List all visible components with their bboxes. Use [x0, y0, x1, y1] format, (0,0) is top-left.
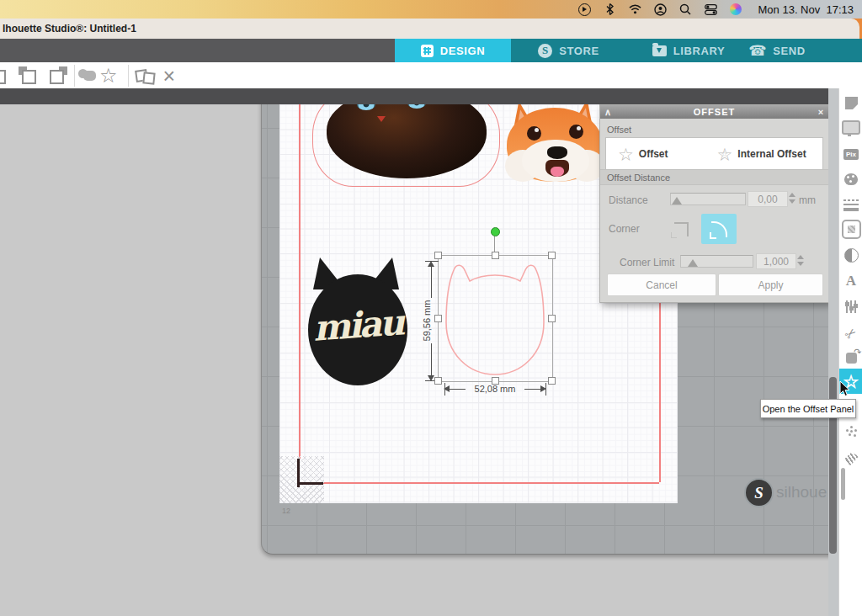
dimension-tick	[425, 261, 439, 262]
play-circle-icon[interactable]	[578, 3, 591, 16]
bluetooth-icon[interactable]	[604, 3, 616, 16]
close-icon[interactable]: ×	[813, 107, 828, 117]
line-style-icon[interactable]	[840, 195, 862, 215]
offset-type-group: ☆ Offset ☆☆ Internal Offset	[605, 137, 823, 171]
tab-send[interactable]: ☎ SEND	[731, 39, 823, 62]
user-circle-icon[interactable]	[654, 3, 667, 16]
distance-slider[interactable]	[670, 193, 746, 205]
spinner-up-icon[interactable]	[797, 255, 804, 259]
sidebar-scroll-thumb[interactable]	[841, 468, 845, 500]
margin-line-left	[299, 104, 301, 459]
search-icon[interactable]	[679, 3, 692, 16]
trace-icon[interactable]: ✂	[840, 323, 862, 343]
square-corner-button[interactable]	[668, 216, 694, 242]
duplicate-right-icon[interactable]	[49, 66, 67, 85]
selection-handle[interactable]	[434, 252, 442, 259]
tab-library-label: LIBRARY	[673, 45, 726, 57]
apply-button[interactable]: Apply	[718, 273, 823, 296]
corner-limit-slider-thumb[interactable]	[688, 259, 698, 267]
spinner-down-icon[interactable]	[797, 262, 804, 266]
sticker-fill-icon[interactable]	[840, 219, 862, 239]
selection-handle[interactable]	[548, 252, 556, 259]
selection-handle[interactable]	[548, 377, 556, 385]
dimension-tick	[444, 383, 445, 396]
width-dimension-line	[449, 389, 466, 390]
dog-eye	[569, 125, 583, 139]
corner-limit-value-field[interactable]: 1,000	[756, 253, 796, 269]
corner-limit-label: Corner Limit	[620, 257, 674, 268]
offset-star-icon[interactable]: ☆	[99, 66, 118, 85]
toolbar-separator	[74, 65, 75, 87]
weld-shape-icon[interactable]	[82, 66, 96, 86]
distance-spinner[interactable]	[789, 191, 795, 205]
canvas-area[interactable]: 12 miau	[0, 104, 828, 616]
height-dimension-label: 59,56 mm	[422, 296, 432, 345]
spinner-up-icon[interactable]	[789, 193, 795, 197]
width-dimension-label: 52,08 mm	[466, 384, 524, 394]
rounded-corner-button[interactable]	[701, 214, 737, 244]
tooltip: Open the Offset Panel	[760, 399, 856, 418]
corner-label: Corner	[609, 223, 640, 235]
corner-limit-slider[interactable]	[680, 255, 753, 268]
distance-value-field[interactable]: 0,00	[748, 191, 788, 207]
spinner-down-icon[interactable]	[789, 199, 795, 204]
selection-handle[interactable]	[492, 252, 499, 259]
selection-handle[interactable]	[548, 315, 556, 322]
macos-menubar: Mon 13. Nov 17:13	[0, 0, 862, 19]
tab-library[interactable]: LIBRARY	[638, 39, 739, 62]
pixscan-icon[interactable]: Pix	[840, 144, 862, 164]
main-tabbar: DESIGN S STORE LIBRARY ☎ SEND	[0, 39, 862, 62]
cancel-button[interactable]: Cancel	[607, 273, 716, 296]
offset-distance-section: Offset Distance	[600, 169, 828, 185]
rounded-corner-icon	[711, 221, 727, 237]
offset-star-icon: ☆	[618, 146, 634, 163]
rotation-handle[interactable]	[491, 227, 500, 236]
toolbar-separator	[128, 65, 129, 87]
distance-label: Distance	[609, 194, 648, 206]
text-style-icon[interactable]: A	[840, 271, 862, 291]
media-tray-icon[interactable]	[840, 117, 862, 137]
selection-handle[interactable]	[492, 377, 499, 385]
selection-handle[interactable]	[434, 315, 442, 322]
window-titlebar[interactable]: lhouette Studio®: Untitled-1	[0, 19, 859, 39]
wifi-icon[interactable]	[629, 3, 641, 16]
offset-distance-section-label: Offset Distance	[607, 173, 670, 183]
internal-offset-option[interactable]: ☆☆ Internal Offset	[717, 146, 806, 163]
image-effects-icon[interactable]	[840, 245, 862, 265]
collapse-icon[interactable]: ∧	[600, 107, 615, 118]
offset-panel-header[interactable]: ∧ OFFSET ×	[600, 105, 828, 119]
3d-cubes-icon[interactable]	[136, 66, 155, 86]
page-setup-icon[interactable]	[840, 93, 862, 113]
offset-panel: ∧ OFFSET × Offset ☆ Offset ☆☆ Internal O…	[599, 104, 828, 303]
siri-icon[interactable]	[730, 3, 742, 16]
offset-option-label: Offset	[639, 148, 668, 160]
dog-eye	[527, 126, 541, 141]
distance-unit: mm	[799, 194, 816, 206]
replicate-icon[interactable]	[840, 348, 862, 368]
miau-text: miau	[308, 301, 407, 349]
control-center-icon[interactable]	[705, 3, 717, 16]
design-grid-icon	[421, 45, 434, 57]
distance-slider-thumb[interactable]	[672, 197, 682, 204]
registration-mark	[297, 482, 323, 485]
transform-icon[interactable]	[840, 296, 862, 316]
offset-option[interactable]: ☆ Offset	[618, 146, 668, 163]
selected-cat-outline[interactable]	[442, 260, 548, 378]
selection-handle[interactable]	[434, 377, 442, 385]
duplicate-left-icon[interactable]	[19, 66, 37, 85]
height-dimension-line	[431, 343, 432, 375]
tab-design[interactable]: DESIGN	[395, 39, 511, 62]
corner-limit-spinner[interactable]	[797, 253, 804, 268]
delete-icon[interactable]: ×	[163, 66, 176, 85]
stipple-icon[interactable]	[840, 421, 862, 441]
tab-store[interactable]: S STORE	[520, 39, 617, 62]
tool-sidebar: Pix A ✂ ☆	[838, 88, 862, 616]
page-number: 12	[282, 507, 290, 515]
internal-offset-option-label: Internal Offset	[737, 148, 806, 160]
duplicate-back-icon[interactable]	[0, 66, 7, 85]
fill-color-icon[interactable]	[840, 169, 862, 189]
cat-nose	[377, 116, 386, 122]
square-corner-icon	[674, 222, 689, 236]
internal-offset-star-icon: ☆☆	[717, 146, 733, 163]
hatch-icon[interactable]	[840, 449, 862, 469]
